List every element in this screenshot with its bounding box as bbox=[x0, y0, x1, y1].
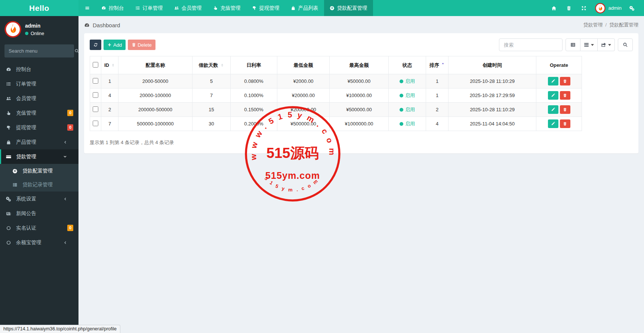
select-all-checkbox[interactable] bbox=[93, 62, 98, 68]
delete-row-button[interactable] bbox=[560, 105, 570, 114]
sidebar-search-input[interactable] bbox=[9, 48, 74, 54]
row-checkbox[interactable] bbox=[93, 121, 98, 126]
export-button[interactable] bbox=[598, 38, 615, 51]
row-checkbox[interactable] bbox=[93, 92, 98, 98]
breadcrumb-parent[interactable]: 贷款管理 bbox=[583, 22, 603, 28]
sidebar-subitem[interactable]: 贷款记录管理 bbox=[0, 178, 78, 192]
table-search-input[interactable] bbox=[499, 38, 563, 51]
column-header[interactable]: 最高金额 bbox=[330, 56, 389, 74]
sidebar-item[interactable]: 新闻公告 bbox=[0, 206, 78, 221]
sidebar-menu: 控制台订单管理会员管理充值管理0提现管理0产品管理贷款管理贷款配置管理贷款记录管… bbox=[0, 62, 78, 250]
user-avatar bbox=[4, 21, 21, 38]
users-icon bbox=[6, 96, 13, 101]
column-header[interactable]: 排序 bbox=[426, 56, 449, 74]
expand-button[interactable] bbox=[576, 0, 591, 16]
column-header[interactable]: Operate bbox=[536, 56, 582, 74]
sidebar-item[interactable]: 系统设置 bbox=[0, 192, 78, 206]
add-button[interactable]: Add bbox=[104, 40, 126, 50]
settings-button[interactable] bbox=[625, 0, 640, 16]
th-list-icon bbox=[12, 182, 19, 187]
dashboard-icon bbox=[84, 22, 90, 28]
chevron-left-icon bbox=[63, 241, 70, 245]
online-status: Online bbox=[25, 31, 44, 36]
sort-asc-icon[interactable] bbox=[441, 62, 445, 65]
sidebar-item[interactable]: 控制台 bbox=[0, 62, 78, 77]
column-header[interactable]: ID bbox=[101, 56, 118, 74]
topbar-username[interactable]: admin bbox=[608, 5, 622, 11]
breadcrumb: 贷款管理/贷款配置管理 bbox=[583, 22, 638, 28]
topnav: 控制台订单管理会员管理充值管理提现管理产品列表贷款配置管理 bbox=[96, 0, 373, 16]
export-icon bbox=[601, 42, 606, 47]
status-dot-icon bbox=[400, 94, 403, 97]
topnav-item[interactable]: 产品列表 bbox=[285, 0, 324, 16]
users-icon bbox=[174, 6, 179, 10]
edit-button[interactable] bbox=[548, 105, 558, 114]
home-button[interactable] bbox=[546, 0, 561, 16]
trash-button[interactable] bbox=[561, 0, 576, 16]
gear-icon bbox=[330, 6, 335, 10]
sidebar-item[interactable]: 实名认证0 bbox=[0, 221, 78, 235]
column-header[interactable]: 配置名称 bbox=[118, 56, 192, 74]
status-dot-icon bbox=[400, 108, 403, 112]
detail-view-button[interactable] bbox=[566, 38, 580, 51]
topnav-item[interactable]: 控制台 bbox=[96, 0, 130, 16]
sidebar-subitem[interactable]: 贷款配置管理 bbox=[0, 164, 78, 178]
search-icon bbox=[623, 42, 628, 47]
avatar[interactable] bbox=[595, 3, 606, 13]
sort-icon[interactable] bbox=[220, 63, 224, 67]
edit-button[interactable] bbox=[548, 119, 558, 128]
sidebar-item[interactable]: 余额宝管理 bbox=[0, 235, 78, 250]
column-header[interactable]: 最低金额 bbox=[277, 56, 330, 74]
status-link-bar: https://714.1.haiwaiym36.top/coinht.php/… bbox=[0, 325, 120, 333]
sidebar-item[interactable]: 会员管理 bbox=[0, 91, 78, 106]
delete-row-button[interactable] bbox=[560, 77, 570, 85]
edit-button[interactable] bbox=[548, 77, 558, 85]
sidebar-item[interactable]: 订单管理 bbox=[0, 77, 78, 91]
column-header[interactable]: 日利率 bbox=[231, 56, 277, 74]
table-row: 1 2000-50000 5 0.0800% ¥2000.00 ¥50000.0… bbox=[90, 74, 582, 88]
credit-card-icon bbox=[6, 154, 13, 159]
edit-button[interactable] bbox=[548, 91, 558, 100]
row-checkbox[interactable] bbox=[93, 78, 98, 84]
count-badge: 0 bbox=[67, 124, 73, 130]
circle-o-icon bbox=[6, 225, 13, 231]
column-header[interactable]: 状态 bbox=[389, 56, 426, 74]
flame-logo-icon bbox=[595, 3, 606, 13]
sidebar-item[interactable]: 产品管理 bbox=[0, 135, 78, 149]
sidebar-item[interactable]: 提现管理0 bbox=[0, 120, 78, 135]
refresh-button[interactable] bbox=[90, 40, 101, 50]
columns-button[interactable] bbox=[580, 38, 598, 51]
search-toggle-button[interactable] bbox=[618, 38, 633, 51]
topbar-right: admin bbox=[546, 0, 644, 16]
topnav-item[interactable]: 充值管理 bbox=[207, 0, 246, 16]
topnav-item[interactable]: 会员管理 bbox=[169, 0, 207, 16]
bag-icon bbox=[6, 140, 13, 145]
delete-row-button[interactable] bbox=[560, 119, 570, 128]
list-icon bbox=[6, 81, 13, 87]
sort-icon[interactable] bbox=[111, 63, 115, 67]
chevron-left-icon bbox=[63, 197, 70, 201]
row-checkbox[interactable] bbox=[93, 106, 98, 112]
topnav-item[interactable]: 贷款配置管理 bbox=[324, 0, 373, 16]
gears-icon bbox=[6, 196, 13, 202]
chevron-down-icon bbox=[63, 155, 70, 159]
hand-up-icon bbox=[6, 111, 13, 116]
toolbar-right bbox=[499, 38, 633, 51]
sidebar-item[interactable]: 贷款管理 bbox=[0, 149, 78, 164]
delete-button[interactable]: Delete bbox=[128, 40, 155, 50]
gear-icon bbox=[12, 168, 19, 174]
delete-row-button[interactable] bbox=[560, 91, 570, 100]
hamburger-button[interactable] bbox=[78, 0, 96, 16]
topnav-item[interactable]: 订单管理 bbox=[130, 0, 169, 16]
circle-o-icon bbox=[6, 240, 13, 245]
detail-view-icon bbox=[570, 42, 576, 47]
table-row: 4 20000-100000 7 0.1000% ¥20000.00 ¥1000… bbox=[90, 88, 582, 103]
topnav-item[interactable]: 提现管理 bbox=[246, 0, 285, 16]
sidebar-item[interactable]: 充值管理0 bbox=[0, 106, 78, 120]
breadcrumb-current: 贷款配置管理 bbox=[609, 22, 638, 28]
column-header[interactable]: 借款天数 bbox=[192, 56, 231, 74]
column-header[interactable]: 创建时间 bbox=[449, 56, 536, 74]
home-icon bbox=[551, 6, 557, 11]
bag-icon bbox=[291, 6, 296, 10]
online-dot bbox=[25, 32, 28, 35]
